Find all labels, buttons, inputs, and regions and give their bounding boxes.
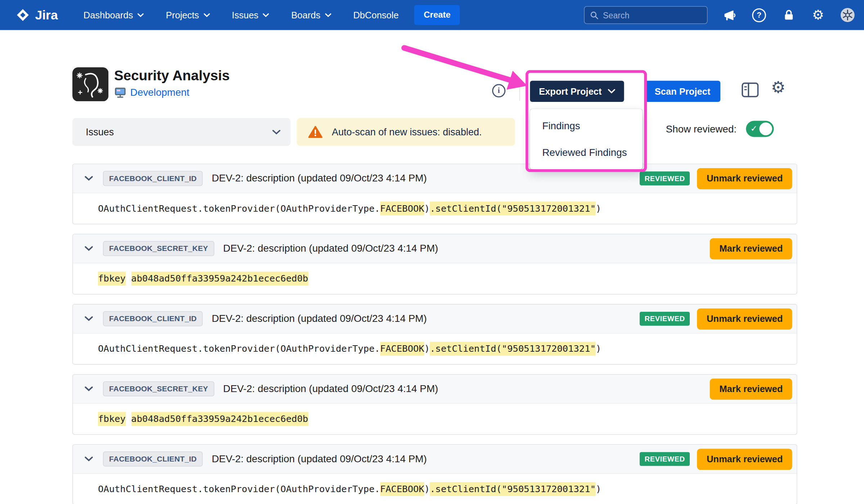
finding-code: fbkey ab048ad50ffa33959a242b1ecec6ed0b	[73, 263, 797, 294]
user-avatar[interactable]	[840, 8, 855, 23]
code-highlight: .setClientId("950513172001321"	[430, 202, 596, 216]
nav-item[interactable]: Projects	[166, 10, 210, 20]
project-subtitle: Development	[115, 87, 189, 98]
review-action-button[interactable]: Mark reviewed	[710, 378, 792, 400]
findings-list: FACEBOOK_CLIENT_ID DEV-2: description (u…	[72, 164, 797, 504]
code-text: )	[596, 484, 601, 494]
code-text: )	[424, 343, 430, 354]
finding-type-badge: FACEBOOK_SECRET_KEY	[103, 241, 214, 256]
finding-header: FACEBOOK_CLIENT_ID DEV-2: description (u…	[73, 305, 797, 333]
finding-actions: Mark reviewed	[710, 378, 792, 400]
export-menu-item[interactable]: Findings	[530, 112, 642, 139]
code-text	[126, 414, 131, 424]
expand-toggle-button[interactable]	[83, 454, 94, 465]
security-button[interactable]	[781, 8, 796, 23]
jira-logo-text: Jira	[35, 8, 58, 23]
project-avatar-art-icon	[72, 67, 109, 101]
navbar-icon-cluster: ? ⚙	[722, 8, 855, 23]
nav-item[interactable]: Issues	[232, 10, 269, 20]
settings-button[interactable]: ⚙	[811, 8, 826, 23]
chevron-down-icon	[272, 130, 280, 135]
finding-header: FACEBOOK_CLIENT_ID DEV-2: description (u…	[73, 445, 797, 474]
finding-header: FACEBOOK_SECRET_KEY DEV-2: description (…	[73, 234, 797, 263]
finding-code: OAuthClientRequest.tokenProvider(OAuthPr…	[73, 193, 797, 224]
code-text	[126, 273, 131, 284]
code-highlight: ab048ad50ffa33959a242b1ecec6ed0b	[131, 412, 308, 426]
code-highlight: ab048ad50ffa33959a242b1ecec6ed0b	[131, 272, 308, 286]
finding-card: FACEBOOK_CLIENT_ID DEV-2: description (u…	[72, 444, 797, 504]
detail-view-button[interactable]	[742, 82, 759, 100]
page-title: Security Analysis	[114, 67, 230, 84]
scan-project-button[interactable]: Scan Project	[645, 81, 720, 102]
chevron-down-icon	[263, 13, 269, 17]
finding-actions: Mark reviewed	[710, 238, 792, 259]
review-action-button[interactable]: Unmark reviewed	[697, 308, 792, 329]
finding-card: FACEBOOK_CLIENT_ID DEV-2: description (u…	[72, 304, 797, 365]
warning-text: Auto-scan of new issues: disabled.	[332, 126, 482, 138]
help-glyph: ?	[757, 10, 761, 19]
chevron-down-icon	[84, 176, 93, 181]
code-highlight: FACEBOOK	[380, 482, 424, 496]
finding-actions: REVIEWED Unmark reviewed	[639, 168, 792, 189]
export-project-label: Export Project	[539, 86, 602, 96]
code-highlight: .setClientId("950513172001321"	[430, 342, 596, 356]
chevron-down-icon	[203, 13, 210, 17]
workstation-icon	[115, 87, 126, 98]
nav-item[interactable]: Boards	[291, 10, 331, 20]
expand-toggle-button[interactable]	[83, 243, 94, 254]
nav-item[interactable]: DbConsole	[353, 10, 399, 20]
show-reviewed-label: Show reviewed:	[666, 123, 737, 135]
layout-panel-icon	[742, 82, 759, 98]
finding-card: FACEBOOK_CLIENT_ID DEV-2: description (u…	[72, 164, 797, 225]
page-settings-button[interactable]: ⚙	[771, 80, 786, 96]
create-button[interactable]: Create	[414, 5, 460, 25]
search-input[interactable]	[603, 10, 702, 20]
page: Jira Dashboards Projects Issues Boards D…	[0, 0, 864, 504]
issues-dropdown-value: Issues	[86, 126, 114, 138]
jira-logo[interactable]: Jira	[15, 8, 58, 23]
export-project-button[interactable]: Export Project	[530, 81, 624, 102]
reviewed-badge: REVIEWED	[639, 452, 690, 466]
search-box[interactable]	[584, 6, 707, 24]
finding-actions: REVIEWED Unmark reviewed	[639, 449, 792, 470]
code-highlight: FACEBOOK	[380, 342, 424, 356]
export-menu: Findings Reviewed Findings	[530, 109, 642, 169]
finding-title: DEV-2: description (updated 09/Oct/23 4:…	[212, 453, 427, 465]
code-text: )	[424, 484, 430, 494]
lock-icon	[782, 8, 795, 22]
nav-item[interactable]: Dashboards	[84, 10, 144, 20]
chevron-down-icon	[84, 246, 93, 251]
finding-type-badge: FACEBOOK_CLIENT_ID	[103, 311, 203, 326]
review-action-button[interactable]: Unmark reviewed	[697, 168, 792, 189]
finding-card: FACEBOOK_SECRET_KEY DEV-2: description (…	[72, 374, 797, 435]
search-icon	[590, 10, 598, 20]
finding-code: fbkey ab048ad50ffa33959a242b1ecec6ed0b	[73, 404, 797, 434]
code-text: )	[596, 343, 601, 354]
expand-toggle-button[interactable]	[83, 173, 94, 184]
code-text: OAuthClientRequest.tokenProvider(OAuthPr…	[98, 203, 380, 213]
code-text: )	[596, 203, 601, 213]
autoscan-warning-banner: Auto-scan of new issues: disabled.	[297, 118, 515, 146]
expand-toggle-button[interactable]	[83, 313, 94, 324]
issues-dropdown[interactable]: Issues	[72, 118, 291, 146]
announcement-button[interactable]	[722, 8, 737, 23]
nav-item-label: Dashboards	[84, 10, 133, 20]
avatar-icon	[840, 7, 855, 23]
help-button[interactable]: ?	[752, 8, 767, 23]
megaphone-icon	[723, 8, 737, 22]
show-reviewed-toggle[interactable]: ✓	[746, 121, 774, 137]
expand-toggle-button[interactable]	[83, 383, 94, 395]
project-link[interactable]: Development	[130, 87, 189, 98]
finding-type-badge: FACEBOOK_SECRET_KEY	[103, 381, 214, 396]
header-divider	[519, 81, 520, 101]
review-action-button[interactable]: Unmark reviewed	[697, 449, 792, 470]
review-action-button[interactable]: Mark reviewed	[710, 238, 792, 259]
code-highlight: .setClientId("950513172001321"	[430, 482, 596, 496]
finding-title: DEV-2: description (updated 09/Oct/23 4:…	[212, 172, 427, 184]
finding-header: FACEBOOK_SECRET_KEY DEV-2: description (…	[73, 375, 797, 404]
code-text: OAuthClientRequest.tokenProvider(OAuthPr…	[98, 343, 380, 354]
info-button[interactable]: i	[492, 84, 505, 98]
export-menu-item[interactable]: Reviewed Findings	[530, 139, 642, 166]
gear-icon: ⚙	[812, 8, 824, 22]
finding-card: FACEBOOK_SECRET_KEY DEV-2: description (…	[72, 234, 797, 294]
